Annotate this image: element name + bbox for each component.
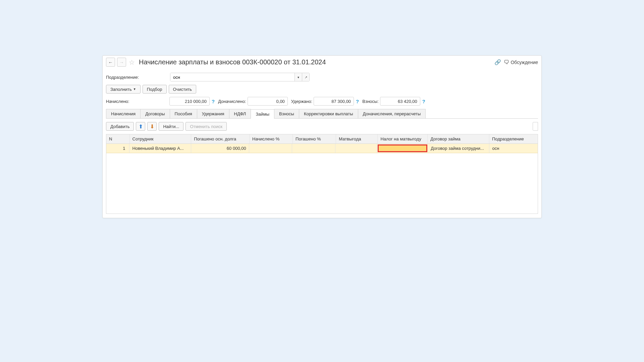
arrow-left-icon: ←	[108, 60, 113, 65]
cell-principal-paid: 60 000,00	[191, 144, 249, 153]
department-label: Подразделение:	[106, 75, 168, 80]
nav-forward-button[interactable]: →	[117, 58, 126, 67]
tab-accruals[interactable]: Начисления	[106, 109, 141, 118]
extra-input[interactable]	[248, 97, 288, 106]
tabs: Начисления Договоры Пособия Удержания НД…	[106, 109, 538, 119]
table-empty-area	[106, 153, 538, 214]
contrib-input[interactable]	[380, 97, 420, 106]
th-n[interactable]: N	[106, 134, 130, 143]
add-button-label: Добавить	[110, 124, 129, 129]
arrow-right-icon: →	[119, 60, 124, 65]
table-header: N Сотрудник Погашено осн. долга Начислен…	[106, 134, 538, 144]
header-right: 🔗 🗨 Обсуждение	[494, 59, 538, 65]
discuss-label: Обсуждение	[511, 60, 538, 65]
cell-tax-on-benefit[interactable]	[378, 144, 427, 152]
tab-loans[interactable]: Займы	[251, 109, 274, 119]
totals-row: Начислено: ? Доначислено: Удержано: ? Вз…	[106, 97, 538, 106]
cell-n: 1	[106, 144, 129, 153]
find-button[interactable]: Найти...	[159, 122, 183, 131]
fill-button[interactable]: Заполнить ▼	[106, 85, 141, 94]
page-title: Начисление зарплаты и взносов 003К-00002…	[138, 58, 492, 66]
clear-button[interactable]: Очистить	[169, 85, 197, 94]
tab-contributions[interactable]: Взносы	[274, 109, 299, 118]
th-percent-repaid[interactable]: Погашено %	[293, 134, 336, 143]
department-select[interactable]: ▾ ↗	[170, 73, 310, 81]
th-loan-contract[interactable]: Договор займа	[428, 134, 489, 143]
arrow-down-icon: ⬇	[150, 123, 154, 130]
header: ← → ☆ Начисление зарплаты и взносов 003К…	[103, 56, 541, 69]
department-open-button[interactable]: ↗	[302, 73, 309, 81]
pick-button-label: Подбор	[147, 87, 162, 92]
accrued-label: Начислено:	[106, 99, 168, 104]
open-icon: ↗	[305, 75, 307, 79]
cell-material-benefit	[335, 144, 377, 153]
help-icon[interactable]: ?	[355, 99, 360, 104]
pick-button[interactable]: Подбор	[143, 85, 167, 94]
discuss-button[interactable]: 🗨 Обсуждение	[504, 59, 538, 65]
clear-button-label: Очистить	[173, 87, 192, 92]
star-icon[interactable]: ☆	[129, 58, 135, 66]
department-dropdown-button[interactable]: ▾	[294, 73, 302, 81]
th-principal-paid[interactable]: Погашено осн. долга	[191, 134, 250, 143]
add-button[interactable]: Добавить	[106, 122, 134, 131]
tab-ndfl[interactable]: НДФЛ	[229, 109, 251, 118]
move-down-button[interactable]: ⬇	[147, 122, 157, 131]
cell-percent-accrued	[249, 144, 292, 153]
help-icon[interactable]: ?	[211, 99, 215, 104]
accrued-input[interactable]	[169, 97, 210, 106]
arrow-up-icon: ⬆	[139, 123, 143, 130]
cell-percent-repaid	[292, 144, 335, 153]
discuss-icon: 🗨	[504, 59, 509, 65]
th-department[interactable]: Подразделение	[489, 134, 538, 143]
table-row[interactable]: 1 Новенький Владимир А... 60 000,00 Дого…	[106, 144, 538, 153]
tab-corrections[interactable]: Корректировки выплаты	[299, 109, 358, 118]
tab-recalculations[interactable]: Доначисления, перерасчеты	[358, 109, 426, 118]
cancel-search-label: Отменить поиск	[190, 124, 222, 129]
cancel-search-button[interactable]: Отменить поиск	[185, 122, 227, 131]
withheld-label: Удержано:	[291, 99, 312, 104]
loans-table: N Сотрудник Погашено осн. долга Начислен…	[106, 134, 538, 214]
chevron-down-icon: ▼	[133, 87, 136, 91]
nav-back-button[interactable]: ←	[106, 58, 115, 67]
window: ← → ☆ Начисление зарплаты и взносов 003К…	[102, 55, 542, 218]
cell-loan-contract: Договор займа сотрудни...	[428, 144, 489, 153]
move-up-button[interactable]: ⬆	[136, 122, 145, 131]
cell-department: осн	[489, 144, 538, 153]
find-button-label: Найти...	[163, 124, 179, 129]
th-employee[interactable]: Сотрудник	[130, 134, 192, 143]
withheld-input[interactable]	[314, 97, 354, 106]
th-tax-on-benefit[interactable]: Налог на матвыгоду	[378, 134, 428, 143]
tab-contracts[interactable]: Договоры	[140, 109, 170, 118]
fill-button-label: Заполнить	[110, 87, 132, 92]
cell-employee: Новенький Владимир А...	[129, 144, 191, 153]
buttons-row: Заполнить ▼ Подбор Очистить	[106, 85, 538, 94]
th-percent-accrued[interactable]: Начислено %	[250, 134, 293, 143]
tab-deductions[interactable]: Удержания	[197, 109, 229, 118]
chevron-down-icon: ▾	[298, 75, 299, 79]
toolbar-overflow[interactable]	[533, 122, 538, 131]
contrib-label: Взносы:	[362, 99, 379, 104]
department-row: Подразделение: ▾ ↗	[106, 73, 538, 81]
body: Подразделение: ▾ ↗ Заполнить ▼ Подбор Оч…	[103, 69, 541, 218]
table-toolbar: Добавить ⬆ ⬇ Найти... Отменить поиск	[106, 122, 538, 131]
tab-benefits[interactable]: Пособия	[170, 109, 197, 118]
th-material-benefit[interactable]: Матвыгода	[336, 134, 378, 143]
help-icon[interactable]: ?	[422, 99, 426, 104]
link-icon[interactable]: 🔗	[494, 59, 501, 65]
department-input[interactable]	[170, 73, 294, 81]
extra-label: Доначислено:	[218, 99, 246, 104]
